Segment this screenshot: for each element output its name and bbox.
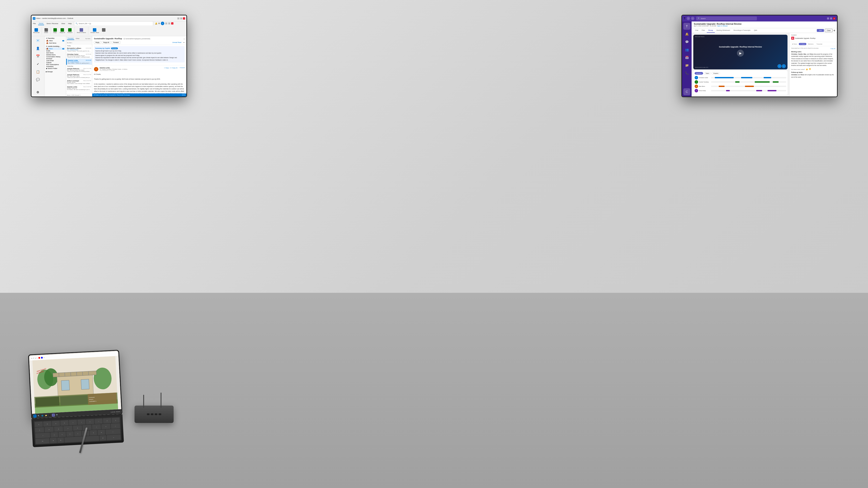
teams-user-avatar[interactable]: C xyxy=(683,88,690,95)
key-win[interactable]: ⊞ xyxy=(50,438,57,443)
key-f[interactable]: F xyxy=(63,426,73,431)
email-item-3[interactable]: 10:32 AM Saamia Lenka RE: Original Repor… xyxy=(66,59,92,65)
back-button[interactable]: ‹ xyxy=(687,17,690,20)
key-p[interactable]: P xyxy=(112,418,120,423)
reply-all-link[interactable]: ↩↩ Reply All xyxy=(170,67,177,69)
email-item-7[interactable]: Wed 3:48 PM Saamia Lenka Budget referenc… xyxy=(66,85,92,91)
folder-search[interactable]: ▶ Search Folder xyxy=(45,67,65,70)
outlook-search-box[interactable]: 🔍 Search (Alt + Q) xyxy=(74,21,153,26)
key-r[interactable]: R xyxy=(60,420,69,426)
taskbar-teams-icon[interactable]: T xyxy=(52,414,55,417)
key-l[interactable]: L xyxy=(111,423,120,429)
folder-conversation[interactable]: Conversation History xyxy=(45,56,65,58)
forward-link[interactable]: → Forward xyxy=(178,67,185,69)
menu-view[interactable]: View xyxy=(61,22,66,25)
reply-button[interactable]: ↩ Reply xyxy=(52,28,58,34)
taskbar-windows-icon[interactable]: ⊞ xyxy=(33,415,37,418)
notes-tab-ai[interactable]: AI Notes xyxy=(799,43,806,45)
teams-maximize-button[interactable]: □ xyxy=(830,18,832,20)
folder-sent-2[interactable]: Sent Items xyxy=(45,52,65,54)
key-g[interactable]: G xyxy=(73,425,82,431)
unread-read-label[interactable]: Unread Read xyxy=(172,41,182,43)
key-j[interactable]: J xyxy=(92,424,101,430)
folder-drafts[interactable]: Drafts xyxy=(45,50,65,52)
sidebar-settings-icon[interactable]: ⚙ xyxy=(34,89,41,96)
tab-qa[interactable]: Q&A xyxy=(752,28,759,33)
key-shift-left[interactable]: ⇧ xyxy=(35,432,50,438)
sidebar-people-icon[interactable]: 👤 xyxy=(34,45,41,52)
sidebar-calls-icon[interactable]: 📞 xyxy=(683,70,690,76)
notes-tab-at[interactable]: @ Notes xyxy=(791,43,798,45)
tab-topics[interactable]: Topics xyxy=(704,72,711,75)
key-i[interactable]: I xyxy=(94,418,103,424)
key-n[interactable]: N xyxy=(90,430,97,435)
folder-inbox-main[interactable]: 📥 Inbox 2 xyxy=(45,47,65,50)
key-o[interactable]: O xyxy=(103,418,111,424)
user-avatar[interactable]: C xyxy=(161,22,164,25)
copy-all-button[interactable]: Copy all xyxy=(831,48,835,49)
folder-scheduled[interactable]: Scheduled xyxy=(45,65,65,67)
sidebar-chat-icon[interactable]: 💬 xyxy=(34,76,41,83)
sidebar-tasks-icon[interactable]: ✓ xyxy=(34,61,41,67)
tool-color-blue[interactable] xyxy=(41,357,43,359)
taskbar-camera-icon[interactable]: 📷 xyxy=(56,413,59,417)
key-alt[interactable]: Alt xyxy=(57,437,64,443)
share-to-teams-button[interactable]: T Share to Teams xyxy=(76,28,87,34)
maximize-button[interactable]: □ xyxy=(180,18,182,20)
tab-whiteboard[interactable]: Meeting Whiteboard xyxy=(715,28,732,33)
key-d[interactable]: D xyxy=(54,426,63,432)
folder-inbox[interactable]: 📥 Inbox 2 xyxy=(45,39,65,42)
sidebar-mail-icon[interactable]: 📧 xyxy=(34,37,41,44)
email-item-5[interactable]: Wed 3:31 PM Joseph Pathrose RE: Last yea… xyxy=(66,73,92,79)
key-a[interactable]: A xyxy=(35,427,44,433)
settings-meeting-icon[interactable]: ⚙ xyxy=(834,30,835,32)
folder-deleted[interactable]: Deleted Items xyxy=(45,54,65,56)
email-item-2[interactable]: 10:45 AM Christian Carter RE: Incoming Q… xyxy=(66,53,92,59)
folder-outlook[interactable]: Outlook xyxy=(45,62,65,64)
minimize-button[interactable]: — xyxy=(177,18,180,20)
close-button-2[interactable]: ✕ xyxy=(171,22,174,25)
video-play-button[interactable]: ▶ xyxy=(737,50,744,57)
tab-speakers[interactable]: Speakers xyxy=(694,72,703,75)
sidebar-files-icon[interactable]: 📁 xyxy=(683,62,690,69)
close-button[interactable]: ✕ xyxy=(183,18,185,20)
folder-rss[interactable]: RSS Subscriptions xyxy=(45,64,65,65)
key-e[interactable]: E xyxy=(52,421,60,426)
focused-tab[interactable]: Focused xyxy=(67,37,74,40)
tab-files[interactable]: Files xyxy=(700,28,707,33)
email-item-4[interactable]: Wed 4:41 PM Joseph Pathrose RE: Question… xyxy=(66,67,92,73)
more-reading-btn[interactable]: ••• xyxy=(183,42,185,43)
sidebar-notes-icon[interactable]: 📋 xyxy=(34,68,41,75)
teams-close-button[interactable]: ✕ xyxy=(833,18,835,20)
forward-nav-button[interactable]: › xyxy=(691,17,694,20)
close-meeting-button[interactable]: Close xyxy=(825,29,833,32)
folder-archived[interactable]: Archived xyxy=(45,58,65,60)
reply-all-button[interactable]: ↩↩ Reply All xyxy=(59,28,66,34)
sidebar-calendar-icon[interactable]: 📅 xyxy=(34,53,41,60)
forward-toolbar-button[interactable]: Forward xyxy=(112,41,120,44)
menu-home[interactable]: Home xyxy=(38,22,44,25)
thumbs-up-button[interactable]: 👍 xyxy=(806,68,808,70)
taskbar-search-icon[interactable]: 🔍 xyxy=(37,414,40,418)
forward-button[interactable]: → Forward xyxy=(67,28,73,34)
folder-junk[interactable]: Junk Email xyxy=(45,60,65,62)
sidebar-activity-icon[interactable]: 🔔 xyxy=(683,31,690,37)
new-email-button[interactable]: ✉ New Email xyxy=(32,28,40,34)
email-item-6[interactable]: Wed 3:03 PM Arthur Levesque Budget updat… xyxy=(66,79,92,85)
folder-sent[interactable]: 📤 Sent Items xyxy=(45,42,65,44)
other-tab[interactable]: Other xyxy=(75,37,80,40)
reply-all-toolbar-button[interactable]: Reply All xyxy=(102,41,111,44)
notes-tab-mentions[interactable]: Mentions xyxy=(807,43,815,45)
sidebar-chat-icon[interactable]: 💬 xyxy=(683,38,690,45)
join-meeting-button[interactable]: Join xyxy=(817,29,824,32)
tab-chapters[interactable]: Chapters xyxy=(712,72,720,75)
key-c[interactable]: C xyxy=(66,431,74,437)
key-s[interactable]: S xyxy=(44,427,54,432)
tab-chat[interactable]: Chat xyxy=(693,28,700,33)
thumbs-down-button[interactable]: 👎 xyxy=(809,68,811,70)
taskbar-mail-icon[interactable]: ✉ xyxy=(48,414,52,417)
key-y[interactable]: Y xyxy=(77,419,86,425)
sidebar-teams-icon[interactable]: T xyxy=(683,23,690,30)
menu-help[interactable]: Help xyxy=(67,22,72,25)
teams-search-box[interactable]: 🔍 Search xyxy=(696,17,757,21)
